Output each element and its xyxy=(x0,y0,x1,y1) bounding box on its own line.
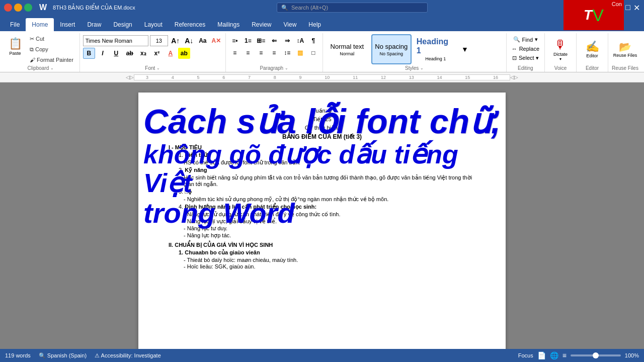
font-name-input[interactable] xyxy=(83,35,148,46)
editor-group: ✍ Editor Editor xyxy=(577,33,608,72)
tab-help[interactable]: Help xyxy=(302,18,327,31)
font-color-button[interactable]: A xyxy=(165,48,177,59)
item4-sub4: - Năng lực hợp tác. xyxy=(184,232,475,239)
style-nospace-button[interactable]: No spacing No Spacing xyxy=(371,34,412,64)
app-logo: W xyxy=(39,3,47,12)
style-h1-button[interactable]: Heading 1 Heading 1 xyxy=(416,34,456,64)
styles-expand-icon[interactable]: ⌄ xyxy=(420,66,424,70)
item2-content: Học sinh biết năng sử dụng phím tắt và c… xyxy=(184,174,475,188)
align-left-button[interactable]: ≡ xyxy=(229,47,241,58)
maximize-button[interactable] xyxy=(24,4,32,12)
item1-title: 1. Kiến thức xyxy=(179,152,475,158)
clipboard-label: Clipboard xyxy=(28,65,49,71)
editor-group-label: Editor xyxy=(586,65,599,71)
styles-more-button[interactable]: ▼ xyxy=(459,34,471,64)
find-icon: 🔍 xyxy=(513,36,520,43)
cut-button[interactable]: ✂ Cut xyxy=(27,34,76,44)
restore-icon[interactable]: □ xyxy=(625,3,630,12)
bold-button[interactable]: B xyxy=(83,48,95,59)
editor-button[interactable]: ✍ Editor xyxy=(580,36,605,62)
paste-button[interactable]: 📋 Paste xyxy=(5,34,25,58)
doc-title-bar: 8TH3 BẢNG ĐIỂM CỦA EM.docx xyxy=(53,5,135,11)
paragraph-expand-icon[interactable]: ⌄ xyxy=(285,66,288,70)
item4-sub1: - Năng lực sử dụng từ cần phát triển để … xyxy=(184,211,475,218)
language-indicator[interactable]: 🔍 Spanish (Spain) xyxy=(39,352,87,359)
clear-format-button[interactable]: A✕ xyxy=(210,35,222,46)
select-label: Select ▾ xyxy=(519,55,539,61)
strikethrough-button[interactable]: ab xyxy=(124,48,136,59)
clipboard-expand-icon[interactable]: ⌄ xyxy=(50,66,54,70)
font-case-button[interactable]: Aa xyxy=(197,35,209,46)
minimize-button[interactable] xyxy=(14,4,22,12)
font-group: A↑ A↓ Aa A✕ B I U ab x₂ x² A ab Font xyxy=(80,33,226,72)
shading-button[interactable]: ▥ xyxy=(294,47,306,58)
dictate-dropdown: ▾ xyxy=(559,57,561,61)
ruler-left-margin[interactable]: ◁▷ xyxy=(126,74,134,80)
replace-button[interactable]: ↔ Replace xyxy=(510,45,541,53)
close-button[interactable] xyxy=(4,4,12,12)
tab-design[interactable]: Design xyxy=(107,18,138,31)
zoom-thumb[interactable] xyxy=(593,352,599,358)
style-h1-label: Heading 1 xyxy=(425,56,446,61)
editing-group: 🔍 Find ▾ ↔ Replace ⊡ Select ▾ Editing xyxy=(507,33,545,72)
tab-review[interactable]: Review xyxy=(246,18,277,31)
highlight-button[interactable]: ab xyxy=(178,48,190,59)
underline-button[interactable]: U xyxy=(110,48,122,59)
view-outline-icon[interactable]: ≡ xyxy=(562,351,567,359)
increase-indent-button[interactable]: ⇒ xyxy=(281,35,293,46)
dictate-button[interactable]: 🎙 Dictate ▾ xyxy=(548,36,573,62)
find-dropdown: ▾ xyxy=(535,36,538,43)
tab-view[interactable]: View xyxy=(278,18,303,31)
zoom-slider[interactable] xyxy=(571,354,621,356)
view-print-icon[interactable]: 📄 xyxy=(537,351,546,359)
multilevel-button[interactable]: ⊞≡ xyxy=(255,35,267,46)
reuse-files-button[interactable]: 📂 Reuse Files xyxy=(611,36,639,62)
replace-label: Replace xyxy=(519,46,539,52)
doc-teacher-line: GV thực hiện: xyxy=(169,125,475,131)
decrease-indent-button[interactable]: ⇐ xyxy=(268,35,280,46)
font-size-input[interactable] xyxy=(150,35,168,46)
align-center-button[interactable]: ≡ xyxy=(242,47,254,58)
font-decrease-button[interactable]: A↓ xyxy=(183,35,195,46)
line-spacing-button[interactable]: ↕≡ xyxy=(281,47,293,58)
subscript-button[interactable]: x₂ xyxy=(137,48,149,59)
tab-insert[interactable]: Insert xyxy=(54,18,81,31)
italic-button[interactable]: I xyxy=(97,48,109,59)
select-button[interactable]: ⊡ Select ▾ xyxy=(510,54,541,62)
justify-button[interactable]: ≡ xyxy=(268,47,280,58)
tab-references[interactable]: References xyxy=(169,18,211,31)
tab-draw[interactable]: Draw xyxy=(81,18,107,31)
teacher-prep-1: - Thieát bò daïy hoïc: maøn chieáu, maùy… xyxy=(184,257,475,263)
find-button[interactable]: 🔍 Find ▾ xyxy=(511,35,540,44)
style-h1-preview: Heading 1 xyxy=(417,37,455,55)
style-normal-button[interactable]: Normal text Normal xyxy=(327,34,367,64)
brand-subtitle: Con xyxy=(612,1,622,7)
format-painter-button[interactable]: 🖌 Format Painter xyxy=(27,55,76,64)
superscript-button[interactable]: x² xyxy=(151,48,163,59)
tab-layout[interactable]: Layout xyxy=(138,18,169,31)
zoom-level: 100% xyxy=(625,352,639,358)
font-increase-button[interactable]: A↑ xyxy=(170,35,182,46)
focus-button[interactable]: Focus xyxy=(518,352,533,358)
borders-button[interactable]: □ xyxy=(307,47,319,58)
brand-v: V xyxy=(592,6,604,25)
show-hide-button[interactable]: ¶ xyxy=(307,35,319,46)
copy-button[interactable]: ⧉ Copy xyxy=(27,45,76,54)
align-right-button[interactable]: ≡ xyxy=(255,47,267,58)
doc-week: Tuần: 3 xyxy=(169,108,475,114)
accessibility-status[interactable]: ⚠ Accessibility: Investigate xyxy=(95,352,161,359)
search-bar[interactable]: 🔍 Search (Alt+Q) xyxy=(277,3,428,13)
tab-home[interactable]: Home xyxy=(26,18,54,31)
tab-mailings[interactable]: Mailings xyxy=(211,18,246,31)
sort-button[interactable]: ↕A xyxy=(294,35,306,46)
view-web-icon[interactable]: 🌐 xyxy=(550,351,558,359)
ruler-right-margin[interactable]: ◁▷ xyxy=(510,74,518,80)
accessibility-check-icon: 🔍 xyxy=(39,352,46,358)
close-x-icon[interactable]: ✕ xyxy=(633,3,640,13)
numbered-button[interactable]: 1≡ xyxy=(242,35,254,46)
font-expand-icon[interactable]: ⌄ xyxy=(156,66,160,70)
tab-file[interactable]: File xyxy=(4,18,26,31)
font-label: Font xyxy=(145,65,155,71)
document-page[interactable]: Cách sửa lỗi font chữ, không gõ được dấu… xyxy=(138,93,506,352)
bullets-button[interactable]: ≡• xyxy=(229,35,241,46)
